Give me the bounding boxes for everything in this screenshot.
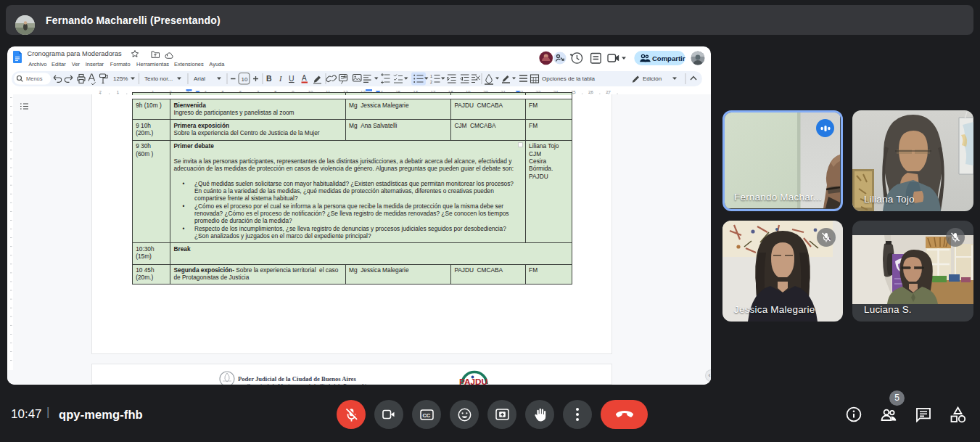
svg-text:Compartir: Compartir (652, 54, 685, 62)
svg-text:Consejo de la Magistratura de: Consejo de la Magistratura de la Ciudad … (247, 383, 371, 385)
svg-text:Opciones de la tabla: Opciones de la tabla (542, 75, 595, 82)
svg-text:2: 2 (430, 79, 432, 83)
svg-text:1: 1 (430, 73, 432, 78)
svg-text:125%: 125% (113, 75, 128, 82)
svg-text:Poder Judicial de la Ciudad de: Poder Judicial de la Ciudad de Buenos Ai… (238, 375, 356, 382)
svg-text:Edición: Edición (643, 75, 662, 82)
svg-text:Menús: Menús (26, 75, 43, 82)
svg-text:B: B (266, 74, 272, 83)
svg-text:A: A (302, 74, 307, 82)
svg-text:U: U (289, 74, 295, 83)
svg-text:Arial: Arial (194, 75, 205, 82)
svg-text:Texto nor...: Texto nor... (144, 75, 173, 82)
svg-text:CC: CC (422, 412, 430, 418)
svg-text:I: I (279, 75, 282, 83)
svg-text:10: 10 (242, 76, 248, 83)
